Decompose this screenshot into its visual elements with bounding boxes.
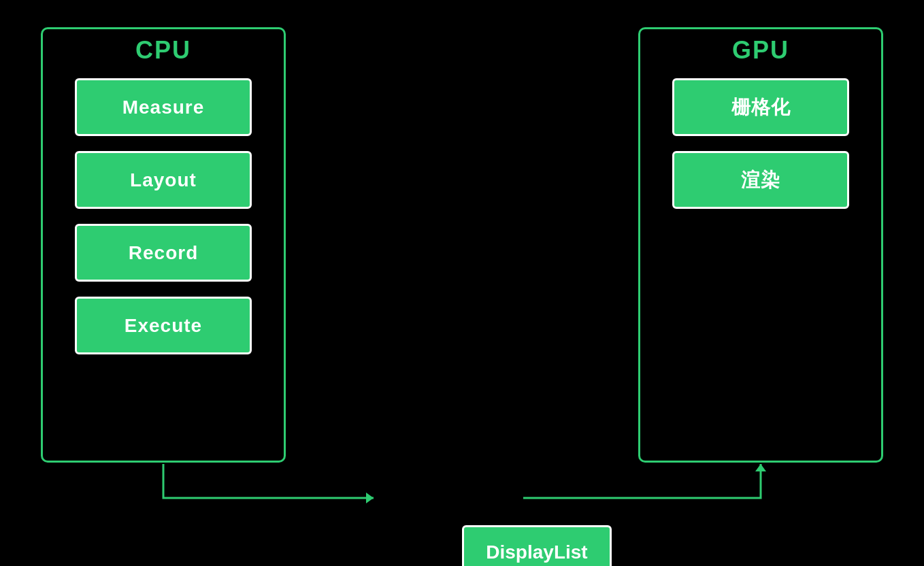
rasterize-button[interactable]: 栅格化: [672, 78, 849, 136]
measure-button[interactable]: Measure: [75, 78, 252, 136]
diagram-container: CPU Measure Layout Record Execute GPU 栅格…: [0, 0, 924, 566]
cpu-box: CPU Measure Layout Record Execute: [41, 27, 286, 463]
cpu-label: CPU: [135, 36, 191, 65]
layout-button[interactable]: Layout: [75, 151, 252, 209]
execute-button[interactable]: Execute: [75, 297, 252, 354]
record-button[interactable]: Record: [75, 224, 252, 282]
gpu-box: GPU 栅格化 渲染: [638, 27, 883, 463]
render-button[interactable]: 渲染: [672, 151, 849, 209]
displaylist-label: DisplayList: [486, 542, 587, 563]
gpu-label: GPU: [732, 36, 789, 65]
displaylist-box[interactable]: DisplayList: [462, 525, 612, 566]
